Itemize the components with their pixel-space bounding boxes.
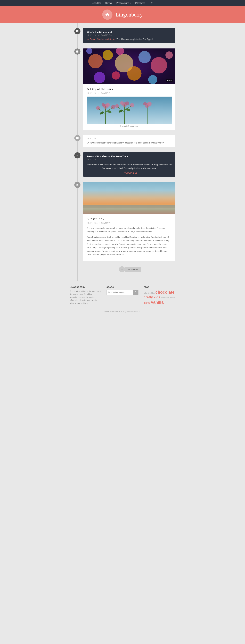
status-post-text: My favorite ice cream flavor is strawber… — [87, 141, 172, 144]
aside-post-link[interactable]: Ice Cream, Sherbet, and Sorbet: — [87, 38, 116, 40]
nav-dropdown-arrow: ▼ — [130, 2, 131, 4]
svg-point-22 — [102, 103, 105, 106]
gallery-post-caption: A beautiful, sunny day. — [87, 125, 172, 127]
nav-about-me[interactable]: About Me — [92, 2, 101, 4]
footer-tags-heading: TAGS — [144, 286, 175, 288]
footer-about-heading: LINGONBERRY — [70, 286, 101, 288]
site-header: Lingonberry — [0, 6, 245, 23]
aside-post-wrapper: What's the Difference? JULY 7, 2011 / 2 … — [70, 28, 175, 43]
quote-post-card: Free and Priceless at the Same Time JULY… — [83, 152, 175, 177]
standard-icon — [76, 184, 79, 186]
standard-post-icon — [74, 182, 81, 188]
gallery-post-content: Bokeh A Day at the Park JULY 7, 2011 · 1… — [83, 48, 175, 130]
svg-point-7 — [112, 72, 120, 80]
nav-milestones[interactable]: Milestones — [135, 2, 145, 4]
svg-point-6 — [94, 72, 105, 83]
gallery-post-icon — [74, 48, 81, 54]
bokeh-label: Bokeh — [166, 79, 173, 82]
bokeh-svg — [83, 48, 175, 84]
footer-col-about: LINGONBERRY This is a text widget in the… — [70, 286, 101, 305]
aside-post-title: What's the Difference? — [87, 31, 172, 34]
status-post-wrapper: JULY 7, 2011 My favorite ice cream flavo… — [70, 135, 175, 147]
standard-post-wrapper: Sunset Pink JULY 7, 2011 · 1 COMMENT The… — [70, 182, 175, 261]
footer-search-icon — [135, 291, 137, 293]
tag-chocolate[interactable]: chocolate — [155, 290, 175, 295]
older-posts-button[interactable]: Older posts — [125, 267, 141, 272]
tag-events[interactable]: events — [170, 297, 175, 299]
tag-crafty[interactable]: crafty — [144, 295, 153, 299]
footer-inner: LINGONBERRY This is a text widget in the… — [70, 286, 175, 305]
pagination-wrapper: Older posts — [70, 266, 175, 272]
standard-post-content: Sunset Pink JULY 7, 2011 · 1 COMMENT The… — [83, 182, 175, 261]
svg-point-5 — [151, 57, 167, 74]
footer-search-heading: SEARCH — [107, 286, 138, 288]
status-post-card: JULY 7, 2011 My favorite ice cream flavo… — [83, 135, 175, 147]
footer-col-tags: TAGS talks about her chocolate crafty ki… — [144, 286, 175, 305]
tag-theme[interactable]: theme — [144, 302, 150, 304]
status-post-content: JULY 7, 2011 My favorite ice cream flavo… — [83, 135, 175, 147]
svg-point-30 — [130, 103, 134, 107]
aside-post-icon — [74, 28, 81, 34]
quote-source-link[interactable]: — WORDPRESS — [121, 172, 137, 174]
aside-post-link-rest: The differences explained at Bon Appétit… — [116, 38, 154, 40]
footer-search-input[interactable] — [107, 290, 133, 294]
footer-col-search: SEARCH — [107, 286, 138, 295]
site-title: Lingonberry — [116, 12, 143, 18]
status-post-meta: JULY 7, 2011 — [87, 138, 172, 140]
tag-milestones[interactable]: milestones — [161, 297, 169, 299]
main-container: What's the Difference? JULY 7, 2011 / 2 … — [70, 23, 175, 281]
footer-search-button[interactable] — [133, 290, 138, 295]
quote-post-source: — WORDPRESS — [87, 172, 172, 174]
site-logo — [102, 10, 112, 20]
svg-point-27 — [120, 101, 124, 105]
quote-post-content: Free and Priceless at the Same Time JULY… — [83, 152, 175, 177]
tag-intro: talks about her — [144, 292, 155, 294]
search-icon[interactable]: ⚲ — [151, 2, 153, 4]
quote-post-title: Free and Priceless at the Same Time — [87, 155, 172, 158]
nav-photo-albums[interactable]: Photo Albums — [116, 2, 129, 4]
svg-point-10 — [165, 51, 173, 59]
tags-cloud: talks about her chocolate crafty kids mi… — [144, 290, 175, 305]
aside-icon — [76, 30, 79, 33]
quote-post-wrapper: Free and Priceless at the Same Time JULY… — [70, 152, 175, 177]
flowers-image — [87, 96, 172, 124]
svg-point-9 — [148, 75, 157, 84]
svg-point-29 — [115, 104, 119, 108]
aside-post-card: What's the Difference? JULY 7, 2011 / 2 … — [83, 28, 175, 43]
footer-bottom: Create a free website or blog at WordPre… — [70, 308, 175, 312]
quote-icon — [76, 154, 79, 157]
svg-point-2 — [103, 50, 113, 60]
svg-rect-40 — [83, 208, 175, 208]
tag-kids[interactable]: kids — [153, 295, 160, 299]
flowers-svg — [87, 96, 172, 124]
footer: LINGONBERRY This is a text widget in the… — [0, 281, 245, 316]
svg-rect-42 — [83, 211, 175, 211]
standard-post-title[interactable]: Sunset Pink — [87, 217, 172, 221]
main-nav: About Me Contact Photo Albums ▼ Mileston… — [0, 0, 245, 6]
standard-post-para1: The new common language will be more sim… — [87, 226, 172, 234]
svg-point-24 — [96, 106, 100, 110]
status-post-icon — [74, 135, 81, 141]
gallery-icon — [76, 50, 79, 53]
aside-post-content: What's the Difference? JULY 7, 2011 / 2 … — [83, 28, 175, 43]
footer-search-form — [107, 290, 138, 295]
pagination-icon — [119, 266, 125, 272]
pagination-arrow-icon — [121, 268, 123, 270]
svg-point-23 — [106, 103, 110, 107]
svg-point-33 — [147, 102, 151, 106]
gallery-post-title[interactable]: A Day at the Park — [87, 87, 172, 91]
gallery-post-body: A Day at the Park JULY 7, 2011 · 1 COMME… — [83, 84, 175, 130]
svg-rect-41 — [83, 210, 175, 210]
footer-bottom-text: Create a free website or blog at WordPre… — [104, 310, 141, 312]
aside-post-meta: JULY 7, 2011 / 2 COMMENTS — [87, 34, 172, 36]
svg-point-4 — [138, 51, 151, 63]
sunset-image — [83, 182, 175, 214]
svg-point-8 — [127, 66, 141, 80]
gallery-post-card: Bokeh A Day at the Park JULY 7, 2011 · 1… — [83, 48, 175, 130]
svg-point-32 — [143, 102, 147, 106]
standard-post-meta: JULY 7, 2011 · 1 COMMENT — [87, 222, 172, 224]
svg-rect-43 — [83, 205, 175, 205]
gallery-post-meta: JULY 7, 2011 · 1 COMMENT — [87, 92, 172, 94]
tag-vanilla[interactable]: vanilla — [151, 300, 164, 305]
nav-contact[interactable]: Contact — [105, 2, 112, 4]
